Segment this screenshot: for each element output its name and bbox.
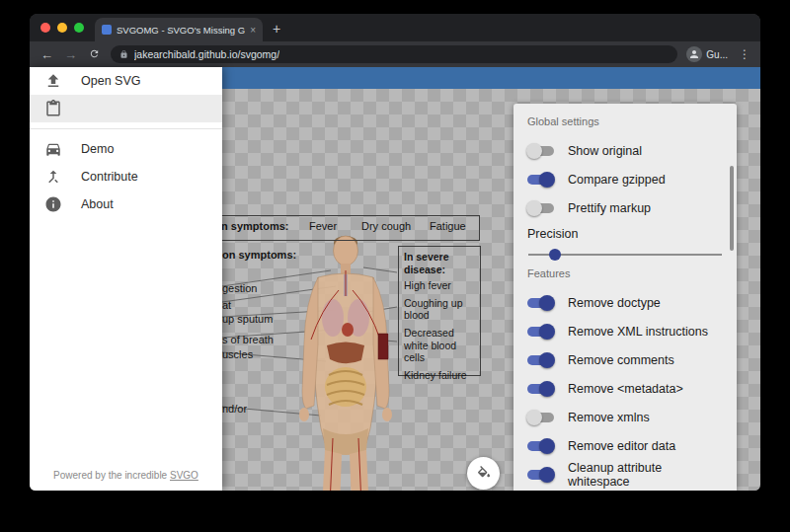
close-window-button[interactable]: [40, 23, 50, 33]
symptom-fever: Fever: [309, 220, 337, 232]
left-symptom: nd/or: [222, 403, 247, 415]
toggle-cleanup-attribute-whitespace[interactable]: [527, 470, 554, 480]
contribute-icon: [44, 168, 62, 186]
toggle-show-original[interactable]: [527, 146, 554, 156]
toggle-prettify-markup[interactable]: [527, 203, 554, 213]
forward-icon[interactable]: →: [63, 48, 78, 61]
toggle-remove-xmlns[interactable]: [527, 413, 554, 422]
drawer-item-label: About: [81, 197, 114, 211]
severe-item: Coughing up blood: [404, 297, 475, 322]
left-symptom: uscles: [222, 348, 253, 360]
panel-scrollbar[interactable]: [730, 166, 734, 251]
setting-label: Show original: [568, 144, 642, 158]
avatar: [686, 46, 702, 62]
setting-label: Remove <metadata>: [568, 382, 683, 396]
precision-slider[interactable]: [528, 254, 722, 256]
setting-label: Remove editor data: [568, 439, 675, 453]
drawer-item-label: Open SVG: [81, 74, 140, 88]
footer-text: Powered by the incredible: [53, 470, 170, 481]
drawer-item-demo[interactable]: Demo: [30, 135, 222, 163]
tab-bar: SVGOMG - SVGO's Missing GI × +: [30, 14, 760, 41]
new-tab-button[interactable]: +: [273, 22, 280, 36]
setting-remove-editor-data[interactable]: Remove editor data: [527, 431, 723, 460]
paint-bucket-icon: [476, 466, 492, 482]
drawer-item-about[interactable]: About: [30, 190, 222, 218]
setting-prettify-markup[interactable]: Prettify markup: [527, 193, 723, 222]
setting-label: Prettify markup: [568, 201, 651, 215]
drawer-footer: Powered by the incredible SVGO: [30, 470, 222, 481]
symptom-dry-cough: Dry cough: [361, 220, 411, 232]
toggle-remove-editor-data[interactable]: [527, 441, 554, 451]
profile-chip[interactable]: Gu...: [686, 46, 728, 62]
setting-remove-doctype[interactable]: Remove doctype: [527, 288, 723, 317]
browser-window: SVGOMG - SVGO's Missing GI × + ← → jakea…: [30, 14, 760, 491]
setting-cleanup-attribute-whitespace[interactable]: Cleanup attribute whitespace: [527, 460, 723, 489]
demo-icon: [44, 140, 62, 158]
menu-kebab-icon[interactable]: ⋮: [739, 47, 750, 61]
drawer-item-label: Demo: [81, 142, 114, 156]
upload-icon: [44, 72, 62, 90]
slider-thumb[interactable]: [549, 249, 561, 261]
setting-remove-comments[interactable]: Remove comments: [527, 345, 723, 374]
person-icon: [688, 48, 700, 60]
drawer-item-label: Contribute: [81, 170, 138, 184]
setting-remove-xml-instructions[interactable]: Remove XML instructions: [527, 317, 723, 345]
tab-favicon-icon: [102, 25, 112, 35]
features-heading: Features: [527, 267, 723, 279]
setting-label: Compare gzipped: [568, 173, 666, 187]
profile-name: Gu...: [706, 49, 728, 60]
background-toggle-button[interactable]: [467, 457, 500, 490]
symptom-fatigue: Fatigue: [430, 220, 466, 232]
toggle-compare-gzipped[interactable]: [527, 175, 554, 185]
precision-label: Precision: [527, 227, 723, 241]
setting-label: Remove comments: [568, 353, 674, 367]
severe-heading: In severe disease:: [404, 251, 475, 275]
left-symptom: at: [222, 299, 231, 311]
setting-label: Remove XML instructions: [568, 325, 708, 339]
minimize-window-button[interactable]: [57, 23, 67, 33]
toggle-remove-xml-instructions[interactable]: [527, 327, 554, 337]
left-symptom: up sputum: [222, 313, 273, 325]
reload-icon[interactable]: [87, 48, 102, 61]
address-bar[interactable]: jakearchibald.github.io/svgomg/: [111, 45, 677, 63]
setting-label: Remove xmlns: [568, 411, 650, 424]
setting-remove-metadata[interactable]: Remove <metadata>: [527, 374, 723, 403]
left-symptoms-heading: on symptoms:: [222, 249, 296, 261]
drawer-item-open-svg[interactable]: Open SVG: [30, 67, 222, 95]
severe-disease-box: In severe disease: High fever Coughing u…: [398, 246, 481, 376]
tab-close-icon[interactable]: ×: [250, 25, 256, 36]
global-settings-heading: Global settings: [527, 115, 723, 127]
clipboard-icon: [44, 100, 62, 117]
drawer-divider: [30, 128, 222, 129]
drawer-item-paste-markup[interactable]: [30, 95, 222, 122]
back-icon[interactable]: ←: [40, 48, 54, 61]
info-icon: [44, 195, 62, 213]
toggle-remove-metadata[interactable]: [527, 384, 554, 394]
tab-title: SVGOMG - SVGO's Missing GI: [117, 25, 245, 36]
precision-setting: Precision: [527, 227, 723, 256]
setting-remove-xmlns[interactable]: Remove xmlns: [527, 403, 723, 431]
setting-compare-gzipped[interactable]: Compare gzipped: [527, 165, 723, 193]
browser-toolbar: ← → jakearchibald.github.io/svgomg/ Gu..…: [30, 41, 760, 67]
settings-panel: Global settings Show original Compare gz…: [514, 104, 737, 491]
setting-label: Cleanup attribute whitespace: [568, 461, 723, 489]
anatomy-illustration: [291, 231, 400, 491]
zoom-window-button[interactable]: [74, 23, 84, 33]
url-text: jakearchibald.github.io/svgomg/: [134, 48, 279, 60]
severe-item: Decreased white blood cells: [404, 327, 475, 364]
browser-tab[interactable]: SVGOMG - SVGO's Missing GI ×: [95, 18, 263, 41]
lock-icon: [119, 49, 128, 59]
toggle-remove-doctype[interactable]: [527, 298, 554, 308]
severe-item: Kidney failure: [404, 369, 475, 382]
nav-drawer: Open SVG Demo Contribute About Powered b…: [30, 67, 222, 491]
left-symptom: s of breath: [222, 334, 274, 345]
toggle-remove-comments[interactable]: [527, 355, 554, 365]
setting-label: Remove doctype: [568, 296, 661, 310]
drawer-item-contribute[interactable]: Contribute: [30, 163, 222, 190]
svgo-link[interactable]: SVGO: [170, 470, 198, 481]
common-symptoms-heading: n symptoms:: [221, 220, 288, 232]
setting-show-original[interactable]: Show original: [527, 136, 723, 165]
severe-item: High fever: [404, 279, 475, 292]
left-symptom: gestion: [222, 282, 257, 294]
svg-preview: n symptoms: Fever Dry cough Fatigue on s…: [198, 213, 486, 491]
